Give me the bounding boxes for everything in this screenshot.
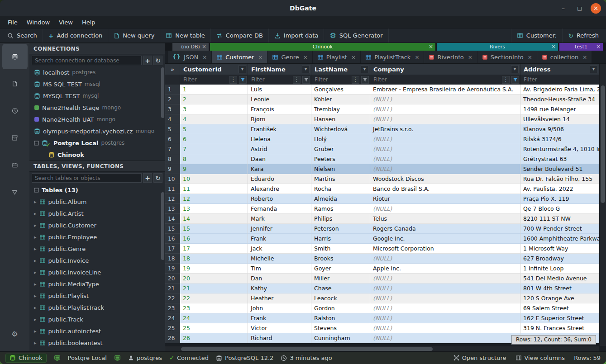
row-number[interactable]: 9 [165, 164, 180, 174]
table-row[interactable]: 1616FrankHarrisGoogle Inc.1600 Amphithea… [165, 234, 606, 244]
sidebar-icon-archive[interactable] [2, 125, 28, 151]
status-postgresql-12-2[interactable]: PostgreSQL 12.2 [216, 355, 273, 361]
row-number[interactable]: 8 [165, 154, 180, 164]
filter-input[interactable]: Filter [524, 76, 599, 83]
cell-customerid[interactable]: 20 [180, 274, 248, 284]
cell-firstname[interactable]: Tim [248, 264, 311, 274]
row-number[interactable]: 6 [165, 134, 180, 144]
table-row[interactable]: 33FrançoisTremblay(NULL)1498 rue Bélange… [165, 104, 606, 114]
tables-search-input[interactable] [32, 173, 142, 183]
cell-company[interactable]: Microsoft Corporation [370, 244, 520, 254]
cell-lastname[interactable]: Martins [311, 174, 370, 184]
cell-company[interactable]: Woodstock Discos [370, 174, 520, 184]
close-tab-icon[interactable]: × [202, 44, 206, 50]
status-chinook[interactable]: Chinook [5, 354, 47, 363]
cell-address[interactable]: Av. Paulista, 2022 [520, 184, 599, 194]
cell-firstname[interactable]: Victor [248, 323, 311, 333]
filter-menu-icon[interactable]: ⋮ [352, 76, 359, 84]
table-row[interactable]: 1111AlexandreRochaBanco do Brasil S.A.Av… [165, 184, 606, 194]
table-row[interactable]: 1717JackSmithMicrosoft Corporation1 Micr… [165, 244, 606, 254]
cell-customerid[interactable]: 4 [180, 114, 248, 124]
status-monitor[interactable] [54, 355, 61, 361]
table-row[interactable]: 2525VictorStevens(NULL)319 N. Frances St… [165, 323, 606, 333]
cell-customerid[interactable]: 17 [180, 244, 248, 254]
status-postgre-local[interactable]: Postgre Local [68, 355, 107, 361]
cell-address[interactable]: 1498 rue Bélanger [520, 104, 599, 114]
menu-help[interactable]: Help [78, 18, 100, 27]
cell-customerid[interactable]: 19 [180, 264, 248, 274]
table-row[interactable]: 99KaraNielsen(NULL)Sønder Boulevard 51 [165, 164, 606, 174]
cell-customerid[interactable]: 9 [180, 164, 248, 174]
cell-company[interactable]: (NULL) [370, 114, 520, 124]
toolbar-add-connection[interactable]: +Add connection [43, 28, 109, 43]
sidebar-icon-settings[interactable]: ⚙ [2, 321, 28, 347]
close-tab-icon[interactable]: × [429, 44, 433, 50]
status-connected[interactable]: ✓Connected [169, 355, 209, 361]
filter-funnel-icon[interactable] [511, 76, 519, 84]
connections-search-input[interactable] [32, 56, 142, 65]
cell-company[interactable]: (NULL) [370, 333, 520, 343]
cell-lastname[interactable]: Nielsen [311, 164, 370, 174]
filter-cell-customerid[interactable]: Filter⋮ [180, 75, 248, 85]
table-row[interactable]: 1919TimGoyerApple Inc.1 Infinite Loop [165, 264, 606, 274]
sidebar-icon-files[interactable] [2, 71, 28, 96]
row-number[interactable]: 10 [165, 174, 180, 184]
cell-firstname[interactable]: Eduardo [248, 174, 311, 184]
cell-firstname[interactable]: Jack [248, 244, 311, 254]
cell-firstname[interactable]: Dan [248, 274, 311, 284]
cell-firstname[interactable]: Helena [248, 134, 311, 144]
filter-cell-address[interactable]: Filter [520, 75, 599, 85]
close-tab-icon[interactable]: × [528, 54, 532, 61]
filter-menu-icon[interactable]: ⋮ [293, 76, 301, 84]
connections-scrollbar[interactable] [161, 67, 164, 118]
table-item-public-playlist[interactable]: ▸public.Playlist [29, 290, 165, 302]
cell-company[interactable]: Google Inc. [370, 234, 520, 244]
titlebar[interactable]: DbGate –□× [0, 0, 606, 16]
cell-customerid[interactable]: 13 [180, 204, 248, 214]
cell-customerid[interactable]: 26 [180, 333, 248, 343]
cell-customerid[interactable]: 10 [180, 174, 248, 184]
cell-lastname[interactable]: Peterson [311, 224, 370, 234]
cell-lastname[interactable]: Miller [311, 274, 370, 284]
status-3-minutes-ago[interactable]: 3 minutes ago [281, 355, 332, 361]
cell-company[interactable]: Riotur [370, 194, 520, 204]
cell-lastname[interactable]: Harris [311, 234, 370, 244]
row-number[interactable]: 22 [165, 293, 180, 303]
cell-customerid[interactable]: 2 [180, 95, 248, 104]
cell-address[interactable]: 69 Salem Street [520, 303, 599, 313]
db-tab-chinook[interactable]: Chinook× [210, 43, 435, 51]
tables-scrollbar[interactable] [161, 192, 164, 260]
filter-input[interactable]: Filter [183, 76, 229, 83]
tab-customer[interactable]: Customer× [212, 51, 267, 63]
column-dropdown-icon[interactable]: ▾ [590, 65, 597, 73]
close-tab-icon[interactable]: × [415, 54, 419, 61]
cell-address[interactable]: Qe 7 Bloco G [520, 204, 599, 214]
close-button[interactable]: × [591, 3, 601, 14]
menu-window[interactable]: Window [23, 18, 54, 27]
connection-item-postgre-local[interactable]: ✓Postgre Localpostgres [29, 137, 165, 149]
connection-item-chinook[interactable]: Chinook [29, 149, 165, 161]
row-number[interactable]: 12 [165, 194, 180, 204]
table-row[interactable]: 22LeonieKöhler(NULL)Theodor-Heuss-Straße… [165, 95, 606, 104]
close-tab-icon[interactable]: × [258, 54, 262, 61]
tab-playlist[interactable]: Playlist× [313, 51, 360, 63]
cell-lastname[interactable]: Ralston [311, 313, 370, 323]
row-number[interactable]: 17 [165, 244, 180, 254]
filter-cell-lastname[interactable]: Filter⋮ [311, 75, 370, 85]
cell-address[interactable]: Theodor-Heuss-Straße 34 [520, 95, 599, 104]
close-tab-icon[interactable]: × [596, 44, 601, 50]
table-row[interactable]: 1414MarkPhilipsTelus8210 111 ST NW [165, 214, 606, 224]
table-item-public-booleantest[interactable]: ▸public.booleantest [29, 337, 165, 349]
column-header-company[interactable]: Company▾ [370, 64, 520, 75]
close-tab-icon[interactable]: × [582, 54, 587, 61]
sidebar-icon-single-database[interactable] [2, 180, 28, 205]
cell-lastname[interactable]: Gruber [311, 144, 370, 154]
cell-company[interactable]: (NULL) [370, 204, 520, 214]
tab-playlisttrack[interactable]: PlaylistTrack× [361, 51, 424, 63]
tab-sectioninfo[interactable]: SectionInfo× [477, 51, 537, 63]
close-tab-icon[interactable]: × [551, 44, 556, 50]
cell-firstname[interactable]: Frank [248, 313, 311, 323]
cell-customerid[interactable]: 23 [180, 303, 248, 313]
table-row[interactable]: 44BjørnHansen(NULL)Ullevålsveien 14 [165, 114, 606, 124]
cell-lastname[interactable]: Smith [311, 244, 370, 254]
